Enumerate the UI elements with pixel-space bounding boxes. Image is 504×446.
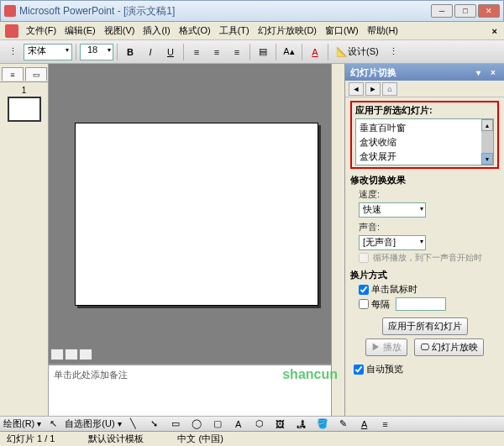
line-tool-icon[interactable]: ╲ — [124, 415, 143, 433]
fill-color-icon[interactable]: 🪣 — [313, 415, 332, 433]
arrow-tool-icon[interactable]: ➘ — [145, 415, 164, 433]
task-pane: 幻灯片切换 ▾ × ◄ ► ⌂ 应用于所选幻灯片: 垂直百叶窗 盒状收缩 盒状展… — [344, 64, 504, 416]
menu-slideshow[interactable]: 幻灯片放映(D) — [254, 23, 321, 39]
taskpane-dropdown-icon[interactable]: ▾ — [472, 66, 484, 78]
slideshow-button[interactable]: 🖵 幻灯片放映 — [414, 338, 484, 356]
font-color-icon[interactable]: A — [355, 415, 374, 433]
menubar: 文件(F) 编辑(E) 视图(V) 插入(I) 格式(O) 工具(T) 幻灯片放… — [0, 22, 504, 40]
close-button[interactable]: ✕ — [478, 4, 500, 18]
slide-canvas[interactable] — [75, 123, 318, 306]
menu-insert[interactable]: 插入(I) — [139, 23, 174, 39]
every-time-input[interactable] — [396, 297, 446, 311]
picture-icon[interactable]: 🏞 — [292, 415, 311, 433]
menu-file[interactable]: 文件(F) — [22, 23, 60, 39]
slides-tab[interactable]: ▭ — [25, 67, 47, 81]
minimize-button[interactable]: ─ — [431, 4, 453, 18]
line-style-icon[interactable]: ≡ — [376, 415, 395, 433]
speed-select[interactable]: 快速 — [359, 202, 426, 218]
notes-pane[interactable]: 单击此处添加备注 — [49, 364, 331, 416]
onclick-checkbox[interactable] — [359, 285, 369, 295]
sound-label: 声音: — [359, 221, 499, 233]
status-template: 默认设计模板 — [88, 433, 144, 445]
menu-window[interactable]: 窗口(W) — [321, 23, 363, 39]
bold-button[interactable]: B — [121, 43, 139, 61]
app-icon — [4, 5, 16, 17]
statusbar: 幻灯片 1 / 1 默认设计模板 中文 (中国) — [0, 431, 504, 446]
align-left-button[interactable]: ≡ — [187, 43, 206, 61]
font-size-select[interactable]: 18 — [80, 44, 113, 60]
taskpane-header: 幻灯片切换 ▾ × — [345, 64, 504, 81]
menu-edit[interactable]: 编辑(E) — [60, 23, 100, 39]
list-item[interactable]: 垂直百叶窗 — [358, 121, 491, 135]
toolbar-more-icon[interactable]: ⋮ — [385, 43, 403, 61]
slideshow-view-button[interactable] — [79, 349, 92, 360]
play-button[interactable]: ▶ 播放 — [365, 338, 407, 356]
transition-list[interactable]: 垂直百叶窗 盒状收缩 盒状展开 ▲ ▼ — [355, 118, 494, 165]
oval-tool-icon[interactable]: ◯ — [187, 415, 206, 433]
thumbnail-pane: ≡ ▭ 1 — [0, 64, 49, 416]
apply-section-label: 应用于所选幻灯片: — [355, 104, 494, 117]
font-family-select[interactable]: 宋体 — [24, 44, 72, 60]
nav-home-button[interactable]: ⌂ — [382, 82, 397, 96]
taskpane-title: 幻灯片切换 — [350, 66, 396, 79]
scroll-up-button[interactable]: ▲ — [481, 119, 493, 131]
italic-button[interactable]: I — [141, 43, 160, 61]
diagram-icon[interactable]: ⬡ — [250, 415, 269, 433]
window-title: Microsoft PowerPoint - [演示文稿1] — [19, 4, 428, 18]
list-item[interactable]: 盒状收缩 — [358, 135, 491, 150]
line-color-icon[interactable]: ✎ — [334, 415, 353, 433]
advance-section-label: 换片方式 — [350, 269, 499, 281]
increase-font-button[interactable]: A▴ — [280, 43, 298, 61]
sound-select[interactable]: [无声音] — [359, 235, 426, 250]
formatting-toolbar: ⋮ 宋体 18 B I U ≡ ≡ ≡ ▤ A▴ A 📐 设计(S) ⋮ — [0, 40, 504, 64]
normal-view-button[interactable] — [50, 349, 64, 360]
underline-button[interactable]: U — [161, 43, 180, 61]
loop-checkbox[interactable] — [359, 253, 369, 263]
menu-view[interactable]: 视图(V) — [100, 23, 139, 39]
maximize-button[interactable]: □ — [454, 4, 476, 18]
align-right-button[interactable]: ≡ — [228, 43, 246, 61]
select-tool-icon[interactable]: ↖ — [44, 415, 62, 433]
document-close-icon[interactable]: × — [487, 26, 502, 36]
vertical-scrollbar[interactable] — [331, 64, 344, 416]
every-checkbox[interactable] — [359, 299, 369, 309]
rectangle-tool-icon[interactable]: ▭ — [166, 415, 185, 433]
slide-editor: 单击此处添加备注 shancun — [49, 64, 344, 416]
nav-forward-button[interactable]: ► — [365, 82, 381, 96]
highlight-box: 应用于所选幻灯片: 垂直百叶窗 盒状收缩 盒状展开 ▲ ▼ — [350, 101, 499, 169]
titlebar: Microsoft PowerPoint - [演示文稿1] ─ □ ✕ — [0, 0, 504, 22]
align-center-button[interactable]: ≡ — [207, 43, 226, 61]
autopreview-label: 自动预览 — [366, 363, 403, 375]
autopreview-checkbox[interactable] — [354, 365, 364, 375]
menu-format[interactable]: 格式(O) — [175, 23, 215, 39]
menu-help[interactable]: 帮助(H) — [363, 23, 402, 39]
outline-tab[interactable]: ≡ — [2, 67, 24, 81]
menu-tools[interactable]: 工具(T) — [215, 23, 254, 39]
status-language: 中文 (中国) — [177, 433, 223, 445]
textbox-tool-icon[interactable]: ▢ — [208, 415, 227, 433]
speed-label: 速度: — [359, 188, 499, 201]
every-label: 每隔 — [371, 298, 390, 311]
nav-back-button[interactable]: ◄ — [349, 82, 364, 96]
draw-menu[interactable]: 绘图(R) — [3, 417, 34, 430]
scroll-down-button[interactable]: ▼ — [481, 153, 493, 165]
taskpane-close-icon[interactable]: × — [487, 66, 499, 78]
onclick-label: 单击鼠标时 — [371, 283, 417, 296]
list-item[interactable]: 盒状展开 — [358, 150, 491, 164]
bullets-button[interactable]: ▤ — [254, 43, 272, 61]
modify-section-label: 修改切换效果 — [350, 174, 499, 186]
wordart-icon[interactable]: A — [229, 415, 248, 433]
main-area: ≡ ▭ 1 单击此处添加备注 shancun 幻灯片切换 ▾ × ◄ ► — [0, 64, 504, 416]
app-menu-icon[interactable] — [5, 24, 18, 38]
loop-label: 循环播放，到下一声音开始时 — [373, 252, 482, 264]
sorter-view-button[interactable] — [65, 349, 78, 360]
apply-all-button[interactable]: 应用于所有幻灯片 — [382, 317, 468, 335]
clipart-icon[interactable]: 🖼 — [271, 415, 290, 433]
toolbar-options-icon[interactable]: ⋮ — [3, 43, 22, 61]
font-color-button[interactable]: A — [306, 43, 324, 61]
design-button[interactable]: 📐 设计(S) — [332, 43, 383, 61]
slide-thumbnail[interactable] — [8, 97, 41, 122]
status-slide: 幻灯片 1 / 1 — [7, 433, 55, 445]
scroll-track[interactable] — [481, 131, 493, 153]
autoshapes-menu[interactable]: 自选图形(U) — [65, 417, 114, 430]
